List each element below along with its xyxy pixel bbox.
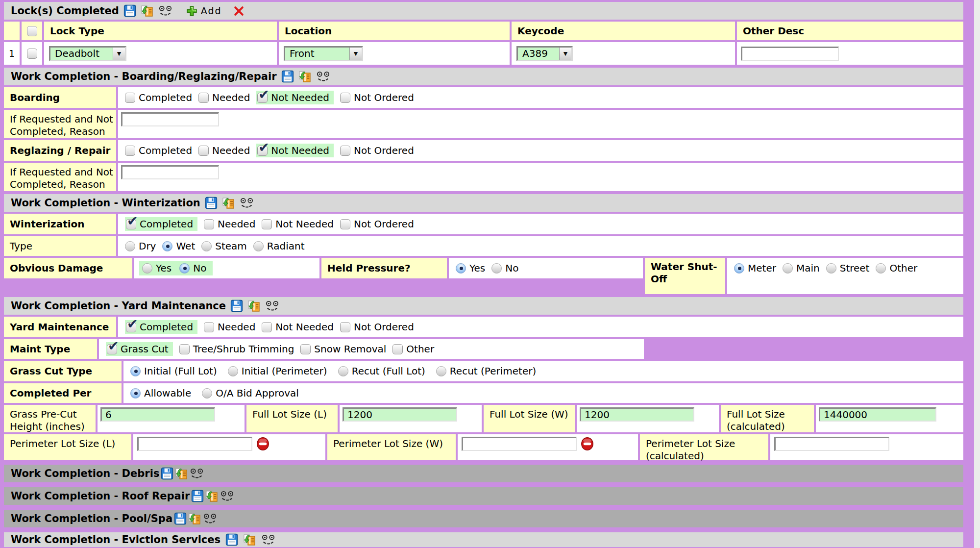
save-icon[interactable] (225, 533, 238, 546)
save-icon[interactable] (230, 299, 243, 312)
option-recut-perimeter: Recut (Perimeter) (436, 365, 536, 377)
water-shutoff-label: Water Shut-Off (645, 258, 725, 294)
save-icon[interactable] (123, 4, 136, 17)
winterization-needed-checkbox[interactable] (204, 219, 214, 229)
option-radiant: Radiant (253, 240, 305, 252)
grass-cut-initial-full-radio[interactable] (130, 366, 141, 376)
full-lot-calc-cell (816, 405, 963, 432)
export-icon[interactable] (141, 4, 153, 17)
yard-needed-checkbox[interactable] (204, 322, 214, 332)
type-steam-radio[interactable] (201, 241, 212, 251)
reglazing-reason-input[interactable] (121, 165, 219, 179)
grass-cut-recut-full-radio[interactable] (338, 366, 348, 376)
smiley-icon[interactable] (220, 490, 235, 502)
maint-grass-cut-checkbox[interactable] (107, 344, 117, 354)
lock-type-select[interactable]: Deadbolt (49, 46, 126, 61)
export-icon[interactable] (298, 70, 311, 83)
save-icon[interactable] (174, 512, 187, 525)
completed-per-oa-bid-radio[interactable] (202, 388, 212, 399)
maint-snow-removal-checkbox[interactable] (300, 344, 311, 354)
full-lot-calc-input[interactable] (819, 407, 936, 422)
boarding-not-ordered-checkbox[interactable] (340, 93, 350, 103)
dropdown-arrow-icon (559, 48, 571, 60)
boarding-completed-checkbox[interactable] (125, 93, 135, 103)
option-not-needed-checked: Not Needed (256, 91, 334, 104)
save-icon[interactable] (281, 70, 294, 83)
option-not-ordered: Not Ordered (340, 218, 414, 230)
other-desc-input[interactable] (741, 47, 839, 61)
option-initial-full-lot-selected: Initial (Full Lot) (130, 365, 217, 377)
completed-per-allowable-radio[interactable] (130, 388, 141, 399)
option-not-needed: Not Needed (262, 218, 334, 230)
obvious-damage-no-radio[interactable] (179, 263, 190, 274)
export-icon[interactable] (222, 197, 235, 209)
section-header-yard: Work Completion - Yard Maintenance (4, 297, 963, 315)
maint-other-checkbox[interactable] (392, 344, 403, 354)
reglazing-not-ordered-checkbox[interactable] (340, 146, 350, 156)
type-dry-radio[interactable] (125, 241, 135, 251)
keycode-select[interactable]: A389 (516, 46, 573, 61)
save-icon[interactable] (205, 197, 218, 209)
type-wet-radio[interactable] (162, 241, 172, 251)
grass-cut-initial-perimeter-radio[interactable] (228, 366, 238, 376)
smiley-icon[interactable] (158, 5, 173, 17)
no-entry-icon (581, 437, 594, 451)
full-lot-l-input[interactable] (343, 407, 457, 422)
maint-tree-shrub-checkbox[interactable] (179, 344, 190, 354)
add-lock-button[interactable]: Add (186, 5, 222, 17)
export-icon[interactable] (205, 490, 218, 502)
smiley-icon[interactable] (189, 468, 204, 480)
grass-cut-recut-perimeter-radio[interactable] (436, 366, 446, 376)
yard-completed-checkbox[interactable] (126, 322, 136, 332)
water-shutoff-street-radio[interactable] (826, 263, 836, 274)
held-pressure-no-radio[interactable] (491, 263, 502, 274)
water-shutoff-meter-radio[interactable] (734, 263, 744, 274)
boarding-needed-checkbox[interactable] (198, 93, 209, 103)
perimeter-calc-input[interactable] (774, 437, 889, 451)
reglazing-needed-checkbox[interactable] (198, 146, 209, 156)
location-select[interactable]: Front (284, 46, 363, 61)
full-lot-calc-label: Full Lot Size (calculated) (721, 405, 814, 432)
lock-type-cell: Deadbolt (44, 42, 277, 65)
held-pressure-yes-radio[interactable] (456, 263, 466, 274)
export-icon[interactable] (188, 512, 201, 525)
export-icon[interactable] (243, 533, 256, 546)
reglazing-status-row: Reglazing / Repair Completed Needed Not … (4, 140, 963, 161)
winterization-not-ordered-checkbox[interactable] (340, 219, 350, 229)
section-header-locks: Lock(s) Completed Add (4, 2, 963, 20)
full-lot-l-label: Full Lot Size (L) (246, 405, 338, 432)
smiley-icon[interactable] (239, 197, 254, 209)
water-shutoff-other-radio[interactable] (876, 263, 886, 274)
option-other: Other (392, 343, 434, 355)
obvious-damage-yes-radio[interactable] (142, 263, 152, 274)
smiley-icon[interactable] (265, 300, 280, 312)
reglazing-not-needed-checkbox[interactable] (257, 146, 268, 156)
smiley-icon[interactable] (261, 534, 276, 546)
keycode-header: Keycode (512, 22, 735, 40)
boarding-reason-input[interactable] (121, 112, 219, 126)
delete-x-icon[interactable] (233, 5, 245, 17)
select-all-checkbox[interactable] (27, 26, 37, 36)
perimeter-l-input[interactable] (137, 437, 252, 451)
full-lot-w-input[interactable] (580, 407, 694, 422)
winterization-not-needed-checkbox[interactable] (262, 219, 272, 229)
yard-not-ordered-checkbox[interactable] (340, 322, 350, 332)
winterization-completed-checkbox[interactable] (126, 219, 136, 229)
reglazing-completed-checkbox[interactable] (125, 146, 135, 156)
export-icon[interactable] (175, 467, 188, 480)
option-not-ordered: Not Ordered (340, 145, 414, 156)
type-radiant-radio[interactable] (253, 241, 264, 251)
perimeter-w-input[interactable] (462, 437, 577, 451)
save-icon[interactable] (191, 490, 204, 502)
boarding-not-needed-checkbox[interactable] (257, 93, 268, 103)
water-shutoff-main-radio[interactable] (783, 263, 793, 274)
row-select-checkbox[interactable] (27, 49, 37, 59)
section-header-debris: Work Completion - Debris (4, 465, 963, 482)
smiley-icon[interactable] (202, 513, 218, 525)
save-icon[interactable] (161, 467, 173, 480)
yard-not-needed-checkbox[interactable] (262, 322, 272, 332)
smiley-icon[interactable] (316, 71, 331, 83)
export-icon[interactable] (247, 299, 260, 312)
lock-table-header-row: Lock Type Location Keycode Other Desc (4, 22, 963, 40)
grass-precut-input[interactable] (100, 407, 215, 422)
